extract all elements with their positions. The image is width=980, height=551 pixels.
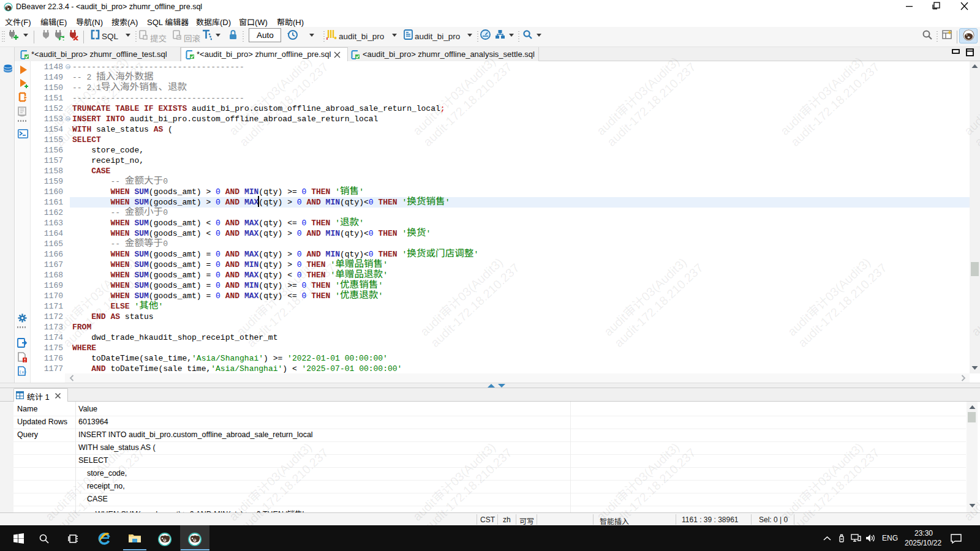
svg-text:(x): (x) xyxy=(19,370,27,375)
